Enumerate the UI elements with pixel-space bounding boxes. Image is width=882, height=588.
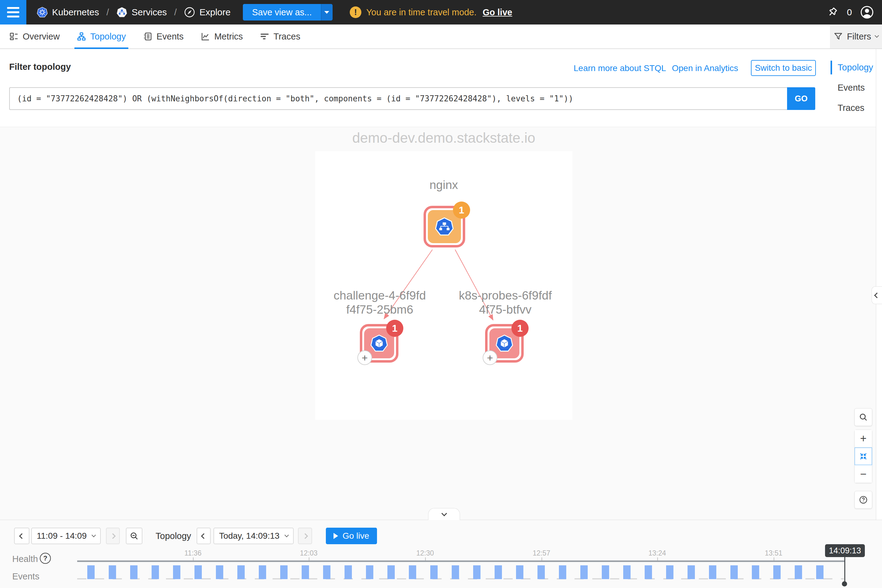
rail-item-traces[interactable]: Traces <box>838 103 873 113</box>
expand-right-panel-button[interactable] <box>872 286 882 304</box>
node-badge[interactable]: 1 <box>453 201 470 219</box>
services-icon <box>116 7 128 18</box>
tab-metrics[interactable]: Metrics <box>201 24 243 48</box>
environment-watermark: demo-dev.demo.stackstate.io <box>352 129 535 146</box>
help-icon <box>859 495 868 504</box>
filters-label: Filters <box>847 32 871 42</box>
event-bar <box>709 566 716 579</box>
view-type-rail: Topology Events Traces <box>838 63 873 113</box>
tab-label: Overview <box>22 32 60 42</box>
caret-down-icon <box>324 11 329 14</box>
stql-query-input[interactable] <box>9 87 787 110</box>
breadcrumb-services[interactable]: Services <box>116 7 167 18</box>
save-view-as-label[interactable]: Save view as... <box>243 4 321 21</box>
tab-topology[interactable]: Topology <box>77 24 126 48</box>
current-time-marker-line <box>844 557 845 584</box>
go-live-link[interactable]: Go live <box>483 8 512 18</box>
learn-more-stql-link[interactable]: Learn more about STQL <box>574 63 666 73</box>
health-row-label: Health <box>12 554 38 564</box>
event-bar <box>559 566 566 579</box>
help-button[interactable] <box>854 491 872 508</box>
chevron-left-icon <box>874 292 879 298</box>
node-label-k8s-probes-pod: k8s-probes-6f9fdf4f75-btfvv <box>459 288 552 316</box>
topology-icon <box>77 32 86 41</box>
event-bar <box>195 566 202 579</box>
event-bar <box>645 566 652 579</box>
event-bar <box>602 566 609 579</box>
go-button[interactable]: GO <box>787 87 815 110</box>
breadcrumb-explore[interactable]: Explore <box>184 7 231 18</box>
tab-traces[interactable]: Traces <box>260 24 300 48</box>
plus-icon: + <box>860 433 866 444</box>
filter-funnel-icon <box>834 32 843 41</box>
node-challenge-pod[interactable]: 1 + <box>360 324 398 363</box>
current-time-marker-dot[interactable] <box>842 581 847 586</box>
zoom-in-button[interactable]: + <box>854 430 872 447</box>
pin-count: 0 <box>847 7 852 18</box>
event-bar <box>87 566 94 579</box>
breadcrumb-kubernetes[interactable]: Kubernetes <box>37 7 99 18</box>
breadcrumb-label: Services <box>132 7 167 18</box>
open-in-analytics-link[interactable]: Open in Analytics <box>672 63 738 73</box>
breadcrumb-label: Explore <box>200 7 231 18</box>
event-bar <box>173 566 180 579</box>
expand-neighbors-button[interactable]: + <box>483 350 497 365</box>
tab-label: Traces <box>273 32 300 42</box>
event-bar <box>816 566 824 579</box>
event-bar <box>366 566 374 579</box>
event-bar <box>580 566 588 579</box>
node-badge[interactable]: 1 <box>386 320 404 337</box>
event-bar <box>130 566 138 579</box>
user-avatar-icon[interactable] <box>860 5 874 19</box>
event-bar <box>773 566 781 579</box>
range-back-button[interactable] <box>14 528 29 544</box>
rail-item-events[interactable]: Events <box>838 82 873 93</box>
breadcrumb-label: Kubernetes <box>52 7 99 18</box>
events-histogram <box>77 520 844 588</box>
tab-label: Events <box>156 32 184 42</box>
event-bar <box>730 566 738 579</box>
current-time-badge: 14:09:13 <box>825 544 865 557</box>
event-bar <box>280 566 288 579</box>
search-components-button[interactable] <box>854 408 872 426</box>
tab-label: Metrics <box>214 32 243 42</box>
topology-canvas[interactable]: demo-dev.demo.stackstate.io nginx 1 chal… <box>0 127 882 520</box>
event-bar <box>473 566 480 579</box>
pin-icon[interactable] <box>826 6 839 19</box>
node-k8s-probes-pod[interactable]: 1 + <box>485 324 524 363</box>
zoom-out-button[interactable]: − <box>854 465 872 483</box>
filter-topology-panel: Filter topology Learn more about STQL Op… <box>0 49 882 127</box>
search-icon <box>859 412 868 422</box>
event-bar <box>152 566 159 579</box>
expand-neighbors-button[interactable]: + <box>357 350 372 365</box>
fit-to-screen-button[interactable] <box>854 447 872 465</box>
event-bar <box>409 566 416 579</box>
node-label-challenge-pod: challenge-4-6f9fdf4f75-25bm6 <box>333 288 426 316</box>
rail-item-topology[interactable]: Topology <box>838 63 873 73</box>
overview-icon <box>9 32 18 41</box>
menu-icon[interactable] <box>0 0 26 24</box>
tab-events[interactable]: Events <box>143 24 184 48</box>
metrics-icon <box>201 32 210 41</box>
event-bar <box>216 566 223 579</box>
k8s-service-icon <box>435 217 454 236</box>
tab-overview[interactable]: Overview <box>9 24 60 48</box>
event-bar <box>323 566 330 579</box>
save-view-caret[interactable] <box>321 4 333 21</box>
event-bar <box>687 566 695 579</box>
node-nginx-service[interactable]: 1 <box>423 206 465 248</box>
save-view-as-button[interactable]: Save view as... <box>243 4 333 21</box>
breadcrumb-separator: / <box>174 7 177 18</box>
filters-button[interactable]: Filters <box>830 24 882 48</box>
event-bar <box>345 566 352 579</box>
tab-label: Topology <box>90 32 126 42</box>
minus-icon: − <box>860 469 866 480</box>
health-help-icon[interactable]: ? <box>40 553 51 564</box>
event-bar <box>259 566 266 579</box>
switch-to-basic-button[interactable]: Switch to basic <box>751 60 816 76</box>
event-bar <box>495 566 502 579</box>
node-badge[interactable]: 1 <box>512 320 529 337</box>
collapse-timeline-button[interactable] <box>428 508 460 520</box>
chevron-left-icon <box>19 533 24 539</box>
timeline-panel: 11:09 - 14:09 Topology Today, 14:09:13 G… <box>0 520 882 588</box>
